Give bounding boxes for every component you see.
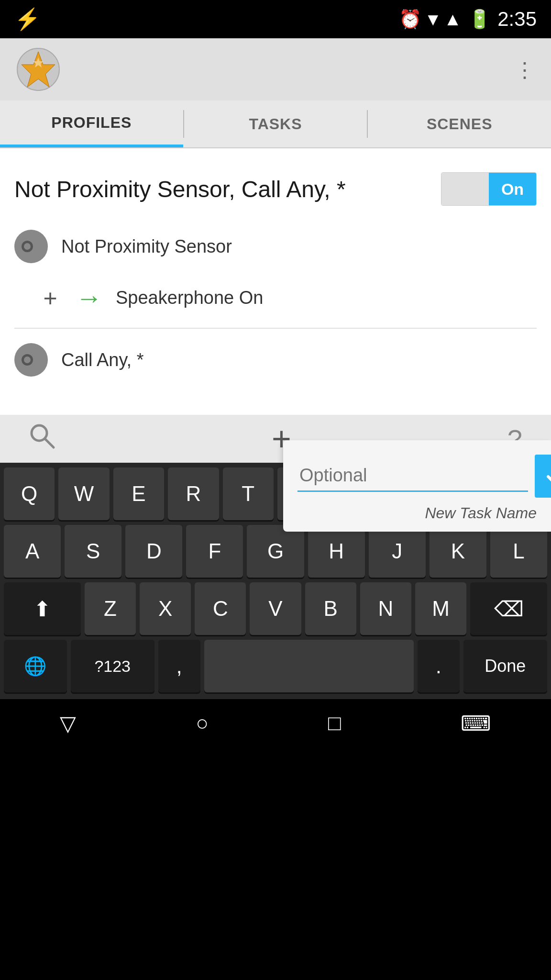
key-c[interactable]: C (195, 582, 246, 635)
context-label-2: Call Any, * (61, 350, 143, 370)
tab-profiles[interactable]: PROFILES (0, 100, 183, 147)
search-button[interactable] (29, 423, 55, 456)
spacer (14, 386, 537, 415)
tab-scenes[interactable]: SCENES (368, 100, 551, 147)
key-shift[interactable]: ⬆ (4, 582, 81, 635)
key-z[interactable]: Z (85, 582, 136, 635)
status-bar: ⚡ ⏰ ▾ ▲ 🔋 2:35 (0, 0, 551, 38)
plus-icon: + (38, 284, 62, 312)
app-header: ⋮ (0, 38, 551, 100)
shift-icon: ⬆ (33, 597, 51, 621)
toggle-button[interactable]: On (441, 172, 537, 206)
home-button[interactable]: ○ (196, 711, 209, 735)
task-label: Speakerphone On (116, 288, 263, 308)
key-n[interactable]: N (360, 582, 411, 635)
delete-icon: ⌫ (494, 597, 524, 621)
key-d[interactable]: D (125, 525, 182, 578)
key-l[interactable]: L (490, 525, 547, 578)
optional-popup: New Task Name (283, 440, 551, 532)
battery-icon: 🔋 (468, 9, 491, 30)
key-e[interactable]: E (113, 468, 164, 520)
key-comma[interactable]: , (158, 640, 200, 692)
toggle-off-part (441, 173, 489, 205)
recent-apps-button[interactable]: □ (328, 711, 341, 735)
status-right: ⏰ ▾ ▲ 🔋 2:35 (399, 8, 537, 31)
new-task-name-input[interactable] (298, 460, 528, 492)
lightning-icon: ⚡ (14, 7, 41, 32)
back-button[interactable]: ▽ (60, 711, 76, 735)
key-v[interactable]: V (250, 582, 301, 635)
key-delete[interactable]: ⌫ (470, 582, 547, 635)
key-x[interactable]: X (140, 582, 191, 635)
key-s[interactable]: S (65, 525, 121, 578)
key-space[interactable] (204, 640, 414, 692)
wifi-icon: ▾ (428, 9, 437, 30)
call-icon (17, 345, 45, 374)
key-w[interactable]: W (58, 468, 109, 520)
app-logo[interactable] (14, 45, 62, 93)
optional-input-row (298, 455, 537, 498)
svg-line-10 (45, 439, 54, 447)
search-icon (29, 423, 55, 449)
key-k[interactable]: K (430, 525, 486, 578)
key-h[interactable]: H (308, 525, 365, 578)
tasker-logo-icon (17, 48, 60, 91)
key-sym[interactable]: ?123 (71, 640, 154, 692)
context-icon-1 (14, 230, 48, 263)
signal-icon: ▲ (444, 9, 462, 30)
key-g[interactable]: G (247, 525, 304, 578)
key-period[interactable]: . (418, 640, 460, 692)
toggle-on-part: On (489, 173, 536, 205)
tab-tasks[interactable]: TASKS (184, 100, 367, 147)
status-time: 2:35 (497, 8, 537, 31)
separator-1 (14, 328, 537, 329)
main-content: Not Proximity Sensor, Call Any, * On Not… (0, 148, 551, 415)
context-label-1: Not Proximity Sensor (61, 236, 232, 257)
keyboard-button[interactable]: ⌨ (461, 711, 491, 735)
emoji-icon: 🌐 (24, 656, 46, 677)
alarm-icon: ⏰ (399, 9, 421, 30)
key-a[interactable]: A (4, 525, 61, 578)
context-icon-2 (14, 343, 48, 377)
nav-bar: ▽ ○ □ ⌨ (0, 699, 551, 747)
key-done[interactable]: Done (463, 640, 547, 692)
tab-bar: PROFILES TASKS SCENES (0, 100, 551, 148)
confirm-button[interactable] (535, 455, 551, 498)
key-q[interactable]: Q (4, 468, 55, 520)
key-f[interactable]: F (186, 525, 243, 578)
checkmark-icon (544, 464, 551, 488)
svg-point-5 (24, 243, 31, 250)
arrow-right-icon: → (76, 282, 102, 313)
keyboard-row-4: 🌐 ?123 , . Done (0, 635, 551, 699)
key-m[interactable]: M (415, 582, 466, 635)
key-t[interactable]: T (223, 468, 274, 520)
key-b[interactable]: B (305, 582, 356, 635)
profile-row: Not Proximity Sensor, Call Any, * On (14, 163, 537, 220)
proximity-sensor-icon (17, 232, 45, 261)
task-row[interactable]: + → Speakerphone On (14, 273, 537, 323)
key-r[interactable]: R (168, 468, 219, 520)
new-task-label: New Task Name (298, 504, 537, 522)
context-item-call[interactable]: Call Any, * (14, 334, 537, 386)
keyboard-row-3: ⬆ Z X C V B N M ⌫ (0, 578, 551, 635)
profile-title: Not Proximity Sensor, Call Any, * (14, 176, 346, 202)
header-menu-button[interactable]: ⋮ (514, 57, 537, 82)
content-area: Not Proximity Sensor, Call Any, * On Not… (0, 148, 551, 415)
key-emoji[interactable]: 🌐 (4, 640, 67, 692)
svg-point-8 (24, 356, 31, 363)
status-left: ⚡ (14, 7, 41, 32)
context-item-proximity[interactable]: Not Proximity Sensor (14, 220, 537, 273)
key-j[interactable]: J (369, 525, 426, 578)
